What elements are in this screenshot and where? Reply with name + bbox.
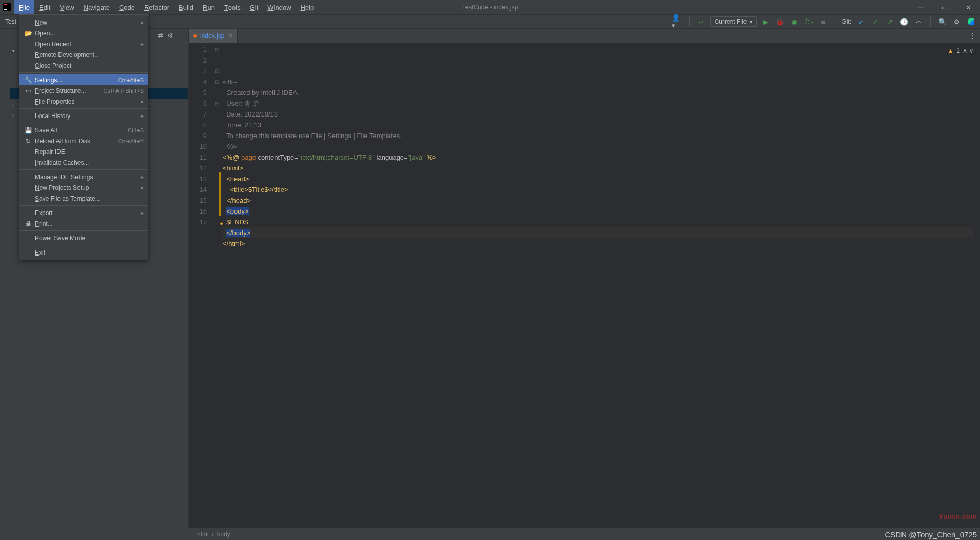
project-breadcrumb[interactable]: Test — [5, 18, 16, 25]
user-icon[interactable]: 👤▾ — [672, 16, 683, 27]
jsp-file-icon: ◆ — [193, 32, 197, 39]
editor-body[interactable]: 1234567891011121314151617 ⊟│⊟⊟│⊟││ <%-- … — [189, 43, 980, 528]
inspections-widget[interactable]: ▲ 1 ʌ v — [947, 47, 973, 54]
menu-item-power-save-mode[interactable]: Power Save Mode — [19, 233, 148, 243]
settings-icon[interactable]: ⚙ — [951, 16, 963, 27]
menu-item-exit[interactable]: Exit — [19, 247, 148, 258]
menu-item-settings[interactable]: 🔧Settings...Ctrl+Alt+S — [19, 74, 148, 85]
menu-item-new[interactable]: New▸ — [19, 17, 148, 28]
code-line-2[interactable]: Created by IntelliJ IDEA. — [223, 87, 973, 98]
menu-item-local-history[interactable]: Local History▸ — [19, 110, 148, 121]
menu-item-label: Settings... — [35, 76, 118, 84]
code-line-4[interactable]: Date: 2022/10/13 — [223, 109, 973, 120]
code-line-9[interactable]: <html> — [223, 163, 973, 173]
menu-item-remote-development[interactable]: Remote Development... — [19, 49, 148, 60]
menu-item-repair-ide[interactable]: Repair IDE — [19, 146, 148, 157]
menu-item-print[interactable]: 🖶Print... — [19, 218, 148, 229]
code-line-17[interactable] — [223, 249, 973, 260]
breadcrumb-item[interactable]: html — [197, 531, 209, 538]
code-line-5[interactable]: Time: 21:13 — [223, 120, 973, 130]
separator — [930, 17, 931, 26]
menu-view[interactable]: View — [55, 0, 79, 14]
tab-index-jsp[interactable]: ◆ index.jsp ✕ — [189, 29, 238, 43]
window-title: TestCode - index.jsp — [462, 4, 518, 11]
git-commit-icon[interactable]: ✓ — [870, 16, 881, 27]
code-line-7[interactable]: --%> — [223, 141, 973, 152]
breadcrumb[interactable]: html › body — [197, 531, 230, 538]
menu-item-label: Reload All from Disk — [35, 138, 118, 145]
code-line-11[interactable]: <title>$Title$</title> — [223, 184, 973, 195]
coverage-icon[interactable]: ◉ — [789, 16, 800, 27]
menu-item-label: Local History — [35, 112, 141, 120]
status-bar: html › body — [0, 528, 980, 540]
code-line-10[interactable]: <head> — [223, 173, 973, 184]
submenu-arrow-icon: ▸ — [141, 185, 144, 190]
git-push-icon[interactable]: ↗ — [884, 16, 895, 27]
code-line-8[interactable]: <%@ page contentType="text/html;charset=… — [223, 152, 973, 163]
menu-git[interactable]: Git — [245, 0, 263, 14]
menu-edit[interactable]: Edit — [34, 0, 55, 14]
menu-refactor[interactable]: Refactor — [140, 0, 174, 14]
menu-help[interactable]: Help — [296, 0, 319, 14]
breadcrumb-item[interactable]: body — [217, 531, 230, 538]
menu-item-reload-all-from-disk[interactable]: ↻Reload All from DiskCtrl+Alt+Y — [19, 136, 148, 146]
run-config-selector[interactable]: Current File — [710, 16, 757, 27]
collapse-icon[interactable]: ⇄ — [158, 32, 163, 40]
menu-code[interactable]: Code — [114, 0, 140, 14]
stop-icon[interactable]: ■ — [817, 16, 829, 27]
menu-item-save-all[interactable]: 💾Save AllCtrl+S — [19, 125, 148, 136]
code-line-15[interactable]: </body> — [223, 227, 973, 238]
menu-item-manage-ide-settings[interactable]: Manage IDE Settings▸ — [19, 171, 148, 182]
git-history-icon[interactable]: 🕓 — [898, 16, 910, 27]
profiler-icon[interactable]: ⏱▾ — [803, 16, 814, 27]
hide-icon[interactable]: — — [178, 32, 184, 40]
git-update-icon[interactable]: ↙ — [855, 16, 867, 27]
git-label: Git: — [841, 18, 851, 25]
tab-close-icon[interactable]: ✕ — [228, 32, 233, 39]
menu-item-open-recent[interactable]: Open Recent▸ — [19, 38, 148, 49]
maximize-button[interactable]: ▭ — [933, 0, 956, 14]
code-line-6[interactable]: To change this template use File | Setti… — [223, 130, 973, 141]
tab-label: index.jsp — [200, 32, 224, 40]
menu-item-open[interactable]: 📂Open... — [19, 28, 148, 38]
codewithme-icon[interactable] — [966, 16, 977, 27]
code-content[interactable]: <%-- Created by IntelliJ IDEA. User: 青 庐… — [221, 43, 973, 528]
close-button[interactable]: ✕ — [956, 0, 980, 14]
menu-tools[interactable]: Tools — [220, 0, 245, 14]
menu-shortcut: Ctrl+Alt+Shift+S — [103, 88, 144, 94]
code-line-14[interactable]: ●$END$ — [223, 217, 973, 227]
menu-run[interactable]: Run — [198, 0, 220, 14]
menu-window[interactable]: Window — [263, 0, 296, 14]
menu-item-label: Manage IDE Settings — [35, 173, 141, 181]
menu-item-export[interactable]: Export▸ — [19, 207, 148, 218]
menu-item-project-structure[interactable]: ▭Project Structure...Ctrl+Alt+Shift+S — [19, 85, 148, 96]
menu-navigate[interactable]: Navigate — [79, 0, 114, 14]
next-highlight-icon[interactable]: v — [970, 47, 973, 54]
error-stripe[interactable] — [973, 43, 980, 528]
tabs-more-icon[interactable]: ⋮ — [965, 32, 980, 40]
menu-file[interactable]: File — [14, 0, 34, 14]
print-icon: 🖶 — [24, 220, 33, 227]
menu-item-invalidate-caches[interactable]: Invalidate Caches... — [19, 157, 148, 168]
code-line-12[interactable]: </head> — [223, 195, 973, 206]
git-rollback-icon[interactable]: ⤺ — [913, 16, 924, 27]
code-line-1[interactable]: <%-- — [223, 76, 973, 87]
left-tool-strip[interactable] — [0, 29, 10, 528]
submenu-arrow-icon: ▸ — [141, 41, 144, 47]
menu-item-file-properties[interactable]: File Properties▸ — [19, 96, 148, 107]
code-line-16[interactable]: </html> — [223, 238, 973, 249]
menu-item-save-file-as-template[interactable]: Save File as Template... — [19, 193, 148, 204]
run-icon[interactable]: ▶ — [760, 16, 771, 27]
menu-build[interactable]: Build — [174, 0, 198, 14]
gear-icon[interactable]: ⚙ — [167, 32, 173, 40]
menu-item-close-project[interactable]: Close Project — [19, 60, 148, 71]
build-icon[interactable]: ⤾ — [696, 16, 707, 27]
code-line-13[interactable]: <body> — [223, 206, 973, 217]
prev-highlight-icon[interactable]: ʌ — [963, 47, 967, 54]
code-line-3[interactable]: User: 青 庐 — [223, 98, 973, 109]
menu-item-new-projects-setup[interactable]: New Projects Setup▸ — [19, 182, 148, 193]
minimize-button[interactable]: ─ — [909, 0, 933, 14]
fold-gutter[interactable]: ⊟│⊟⊟│⊟││ — [213, 43, 221, 528]
search-icon[interactable]: 🔍 — [937, 16, 948, 27]
debug-icon[interactable]: 🐞 — [774, 16, 786, 27]
